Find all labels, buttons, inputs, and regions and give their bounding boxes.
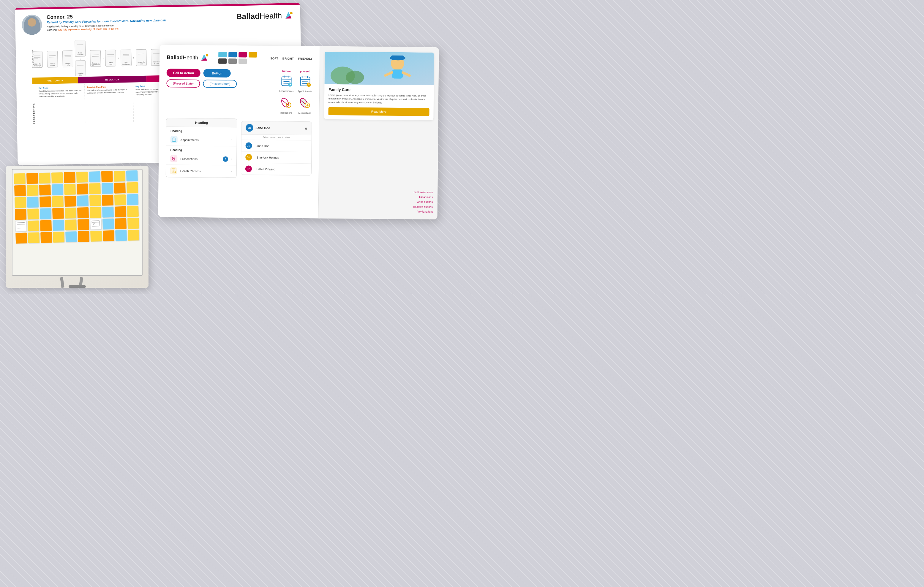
phase-pre-login: PRE - LOG IN xyxy=(32,77,78,84)
sticky-note xyxy=(52,184,63,195)
sticky-note xyxy=(14,185,26,196)
arrow: › xyxy=(44,58,45,61)
screen-find-doctor: Find aDoctor xyxy=(47,51,58,68)
ballad-logo: BalladHealth xyxy=(236,10,294,21)
appointments-label-normal: Appointments xyxy=(279,90,294,92)
svg-rect-4 xyxy=(17,223,25,228)
button-showcase: Call to Action Button (Pressed State) (P… xyxy=(166,69,273,114)
pressed-state-label: pressed xyxy=(300,70,310,73)
appointments-list-icon xyxy=(170,136,178,143)
svg-rect-6 xyxy=(92,221,100,226)
mobile-list-panel: Heading Heading xyxy=(166,118,237,181)
icon-state-col-pressed: pressed xyxy=(298,70,312,114)
sticky-note xyxy=(89,183,101,194)
ballad-text: BalladHealth xyxy=(167,54,198,61)
svg-rect-59 xyxy=(392,69,403,79)
appointments-label-pressed: Appointments xyxy=(298,90,312,92)
sticky-note xyxy=(103,231,114,241)
primary-button[interactable]: Button xyxy=(203,69,231,77)
sticky-note xyxy=(40,196,51,207)
pressed-state-pink-button[interactable]: (Pressed State) xyxy=(166,79,200,87)
whiteboard-inner xyxy=(6,166,148,288)
main-user-avatar: JD xyxy=(246,124,253,132)
userflow-label: USER FLOW xyxy=(32,49,34,65)
medications-icon-pressed xyxy=(298,96,311,110)
pablo-name: Pablo Picasso xyxy=(256,167,275,171)
arrow: › xyxy=(102,56,104,60)
svg-point-8 xyxy=(93,224,95,225)
account-item-pablo[interactable]: PP Pablo Picasso xyxy=(241,163,311,175)
medications-icon-normal xyxy=(279,96,292,110)
ballad-icon-small xyxy=(199,53,209,63)
arrow: › xyxy=(148,56,149,59)
sticky-note xyxy=(40,232,52,243)
phase-research: RESEARCH xyxy=(78,76,147,83)
sticky-note xyxy=(90,219,102,230)
prescriptions-badge: 2 xyxy=(223,157,228,162)
tone-soft: SOFT xyxy=(270,57,278,60)
sticky-note xyxy=(114,171,125,182)
mobile-list-item-prescriptions[interactable]: Prescriptions 2 › xyxy=(166,153,236,165)
screen-new-appt: NewAppointment xyxy=(120,49,132,66)
account-item-sherlock[interactable]: SH Sherlock Holmes xyxy=(241,152,312,163)
swatch-row-1 xyxy=(218,52,257,58)
design-right-panel: Family Care Lorem ipsum dolor sit amet, … xyxy=(318,46,439,219)
screen-price-estimates: PriceEstimates xyxy=(74,40,86,57)
main-user-name: Jane Doe xyxy=(256,126,305,130)
appointments-item-text: Appointments xyxy=(181,138,228,142)
sticky-note xyxy=(126,170,138,181)
mobile-section-2-header: Heading xyxy=(166,146,236,153)
sticky-note xyxy=(64,184,76,195)
arrow: › xyxy=(118,56,119,59)
screen-provider-profile: ProviderProfile xyxy=(63,51,73,68)
sticky-note xyxy=(89,171,101,182)
sticky-note xyxy=(102,183,113,194)
tone-bright: BRIGHT xyxy=(282,57,294,60)
medications-label-normal: Medications xyxy=(280,111,292,114)
mobile-list-item-health-records[interactable]: Health Records › xyxy=(166,165,236,178)
sticky-note xyxy=(39,185,51,195)
ballad-logo-small: BalladHealth xyxy=(167,53,209,63)
screen-request-appt: Request anAppointment xyxy=(90,50,101,67)
buttons-icons-section: Call to Action Button (Pressed State) (P… xyxy=(166,69,312,114)
account-item-john-doe[interactable]: JD John Doe xyxy=(241,140,312,152)
health-records-list-icon xyxy=(170,167,177,174)
design-left-panel: BalladHealth xyxy=(158,45,320,219)
sticky-note xyxy=(127,218,139,229)
sticky-note xyxy=(40,208,51,219)
mobile-list-item-appointments[interactable]: Appointments › xyxy=(166,134,237,147)
sticky-note xyxy=(40,220,52,231)
sticky-note xyxy=(128,230,139,241)
design-card-inner: BalladHealth xyxy=(158,45,439,219)
read-more-button[interactable]: Read More xyxy=(328,107,429,116)
sherlock-avatar: SH xyxy=(245,154,252,160)
style-note-4: Verdana font xyxy=(323,208,433,214)
button-row-2: (Pressed State) (Pressed State) xyxy=(166,79,273,88)
sticky-note xyxy=(78,219,89,230)
account-selector: JD Jane Doe ∧ Select an account to view.… xyxy=(241,121,312,175)
design-system-card: BalladHealth xyxy=(158,45,439,219)
sticky-note xyxy=(39,173,51,183)
pressed-state-blue-button[interactable]: (Pressed State) xyxy=(203,79,237,88)
sticky-note xyxy=(115,230,127,241)
pablo-avatar: PP xyxy=(245,165,252,172)
svg-line-7 xyxy=(92,222,99,223)
cta-button[interactable]: Call to Action xyxy=(167,69,201,77)
sticky-note xyxy=(27,185,38,196)
tone-labels: SOFT BRIGHT FRIENDLY xyxy=(270,57,312,60)
account-header[interactable]: JD Jane Doe ∧ xyxy=(241,121,312,135)
sticky-note xyxy=(64,172,76,183)
john-doe-name: John Doe xyxy=(257,144,269,147)
mobile-list: Heading Appoi xyxy=(166,127,237,178)
prescriptions-item-text: Prescriptions xyxy=(180,157,220,161)
family-care-title: Family Care xyxy=(328,87,429,92)
sticky-note xyxy=(65,231,77,242)
family-care-image xyxy=(324,52,434,85)
button-state-label: button xyxy=(282,70,290,73)
sticky-note xyxy=(28,220,39,231)
swatch-cyan xyxy=(218,52,227,57)
perspective-col-1: Possible Pain Point The patient values c… xyxy=(85,84,134,123)
screen-reason: Reason forVisit xyxy=(136,49,147,66)
persona-avatar xyxy=(22,15,42,35)
sherlock-name: Sherlock Holmes xyxy=(257,156,279,159)
